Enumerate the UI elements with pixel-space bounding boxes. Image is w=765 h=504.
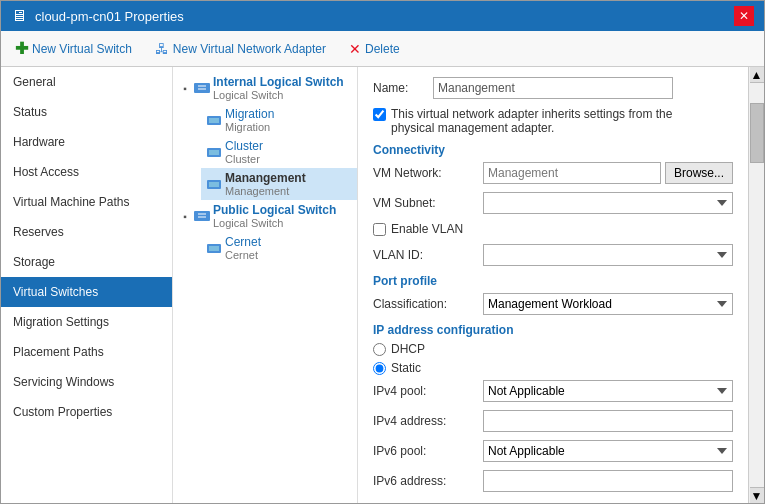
sidebar-label-vm-paths: Virtual Machine Paths xyxy=(13,195,130,209)
vm-icon-migration xyxy=(206,112,222,128)
main-window: 🖥 cloud-pm-cn01 Properties ✕ ✚ New Virtu… xyxy=(0,0,765,504)
svg-rect-8 xyxy=(209,182,219,187)
manangement-sub: Management xyxy=(225,185,306,197)
sidebar-item-placement-paths[interactable]: Placement Paths xyxy=(1,337,172,367)
tree-child-manangement[interactable]: Manangement Management xyxy=(201,168,357,200)
manangement-label-group: Manangement Management xyxy=(225,171,306,197)
ipv6-pool-label: IPv6 pool: xyxy=(373,444,483,458)
tree-row-internal[interactable]: ▪ Internal Logical Switch Logical Switch xyxy=(173,72,357,104)
internal-children: Migration Migration Cluster Cluster xyxy=(173,104,357,200)
migration-name: Migration xyxy=(225,107,274,121)
sidebar-item-storage[interactable]: Storage xyxy=(1,247,172,277)
vm-icon-cluster xyxy=(206,144,222,160)
dhcp-radio-row: DHCP xyxy=(373,342,733,356)
scroll-thumb[interactable] xyxy=(750,103,764,163)
tree-child-cernet[interactable]: Cernet Cernet xyxy=(201,232,357,264)
delete-button[interactable]: ✕ Delete xyxy=(345,39,404,59)
toolbar: ✚ New Virtual Switch 🖧 New Virtual Netwo… xyxy=(1,31,764,67)
sidebar-item-hardware[interactable]: Hardware xyxy=(1,127,172,157)
vm-subnet-select[interactable] xyxy=(483,192,733,214)
name-input[interactable] xyxy=(433,77,673,99)
expand-icon-internal[interactable]: ▪ xyxy=(178,81,192,95)
content-area: General Status Hardware Host Access Virt… xyxy=(1,67,764,503)
delete-label: Delete xyxy=(365,42,400,56)
new-virtual-switch-button[interactable]: ✚ New Virtual Switch xyxy=(11,37,136,60)
sidebar-item-custom-properties[interactable]: Custom Properties xyxy=(1,397,172,427)
dhcp-label: DHCP xyxy=(391,342,425,356)
ipv4-pool-select[interactable]: Not Applicable xyxy=(483,380,733,402)
sidebar-item-migration-settings[interactable]: Migration Settings xyxy=(1,307,172,337)
migration-sub: Migration xyxy=(225,121,274,133)
manangement-name: Manangement xyxy=(225,171,306,185)
sidebar-item-servicing-windows[interactable]: Servicing Windows xyxy=(1,367,172,397)
internal-switch-sub: Logical Switch xyxy=(213,89,344,101)
ipv6-address-input[interactable] xyxy=(483,470,733,492)
cluster-sub: Cluster xyxy=(225,153,263,165)
scrollbar[interactable]: ▲ ▼ xyxy=(748,67,764,503)
sidebar-item-host-access[interactable]: Host Access xyxy=(1,157,172,187)
vm-icon-manangement xyxy=(206,176,222,192)
close-button[interactable]: ✕ xyxy=(734,6,754,26)
vm-network-input[interactable] xyxy=(483,162,661,184)
sidebar-item-status[interactable]: Status xyxy=(1,97,172,127)
static-radio[interactable] xyxy=(373,362,386,375)
cluster-label-group: Cluster Cluster xyxy=(225,139,263,165)
sidebar-item-reserves[interactable]: Reserves xyxy=(1,217,172,247)
inherit-checkbox[interactable] xyxy=(373,108,386,121)
sidebar: General Status Hardware Host Access Virt… xyxy=(1,67,173,503)
network-adapter-icon: 🖧 xyxy=(155,41,169,57)
sidebar-item-general[interactable]: General xyxy=(1,67,172,97)
new-virtual-network-adapter-button[interactable]: 🖧 New Virtual Network Adapter xyxy=(151,39,330,59)
internal-switch-name: Internal Logical Switch xyxy=(213,75,344,89)
ipv6-pool-select[interactable]: Not Applicable xyxy=(483,440,733,462)
sidebar-label-reserves: Reserves xyxy=(13,225,64,239)
ipv4-pool-row: IPv4 pool: Not Applicable xyxy=(373,380,733,402)
ipv6-address-row: IPv6 address: xyxy=(373,470,733,492)
internal-switch-label-group: Internal Logical Switch Logical Switch xyxy=(213,75,344,101)
static-radio-row: Static xyxy=(373,361,733,375)
dhcp-radio[interactable] xyxy=(373,343,386,356)
ipv4-address-row: IPv4 address: xyxy=(373,410,733,432)
tree-item-public: ▪ Public Logical Switch Logical Switch xyxy=(173,200,357,264)
enable-vlan-label: Enable VLAN xyxy=(391,222,463,236)
enable-vlan-row: Enable VLAN xyxy=(373,222,733,236)
sidebar-item-vm-paths[interactable]: Virtual Machine Paths xyxy=(1,187,172,217)
main-panel: ▪ Internal Logical Switch Logical Switch xyxy=(173,67,764,503)
sidebar-label-placement-paths: Placement Paths xyxy=(13,345,104,359)
public-switch-name: Public Logical Switch xyxy=(213,203,336,217)
expand-icon-public[interactable]: ▪ xyxy=(178,209,192,223)
sidebar-label-general: General xyxy=(13,75,56,89)
ipv6-pool-row: IPv6 pool: Not Applicable xyxy=(373,440,733,462)
tree-row-public[interactable]: ▪ Public Logical Switch Logical Switch xyxy=(173,200,357,232)
ipv4-address-label: IPv4 address: xyxy=(373,414,483,428)
migration-label-group: Migration Migration xyxy=(225,107,274,133)
sidebar-label-servicing-windows: Servicing Windows xyxy=(13,375,114,389)
classification-select[interactable]: Management Workload xyxy=(483,293,733,315)
title-bar: 🖥 cloud-pm-cn01 Properties ✕ xyxy=(1,1,764,31)
ipv4-address-input[interactable] xyxy=(483,410,733,432)
svg-rect-0 xyxy=(194,83,210,93)
vlan-id-row: VLAN ID: xyxy=(373,244,733,266)
sidebar-label-hardware: Hardware xyxy=(13,135,65,149)
scroll-down-button[interactable]: ▼ xyxy=(750,487,764,503)
sidebar-label-custom-properties: Custom Properties xyxy=(13,405,112,419)
sidebar-label-host-access: Host Access xyxy=(13,165,79,179)
switch-icon-internal xyxy=(194,80,210,96)
sidebar-item-virtual-switches[interactable]: Virtual Switches xyxy=(1,277,172,307)
svg-rect-9 xyxy=(194,211,210,221)
tree-child-migration[interactable]: Migration Migration xyxy=(201,104,357,136)
props-panel: Name: This virtual network adapter inher… xyxy=(358,67,748,503)
vm-network-row: VM Network: Browse... xyxy=(373,162,733,184)
browse-button[interactable]: Browse... xyxy=(665,162,733,184)
enable-vlan-checkbox[interactable] xyxy=(373,223,386,236)
port-profile-title: Port profile xyxy=(373,274,733,288)
classification-label: Classification: xyxy=(373,297,483,311)
sidebar-label-status: Status xyxy=(13,105,47,119)
tree-child-cluster[interactable]: Cluster Cluster xyxy=(201,136,357,168)
vlan-id-select[interactable] xyxy=(483,244,733,266)
scroll-up-button[interactable]: ▲ xyxy=(750,67,764,83)
tree-item-internal: ▪ Internal Logical Switch Logical Switch xyxy=(173,72,357,200)
window-title: cloud-pm-cn01 Properties xyxy=(35,9,184,24)
ip-config-title: IP address configuration xyxy=(373,323,733,337)
tree-panel: ▪ Internal Logical Switch Logical Switch xyxy=(173,67,358,503)
